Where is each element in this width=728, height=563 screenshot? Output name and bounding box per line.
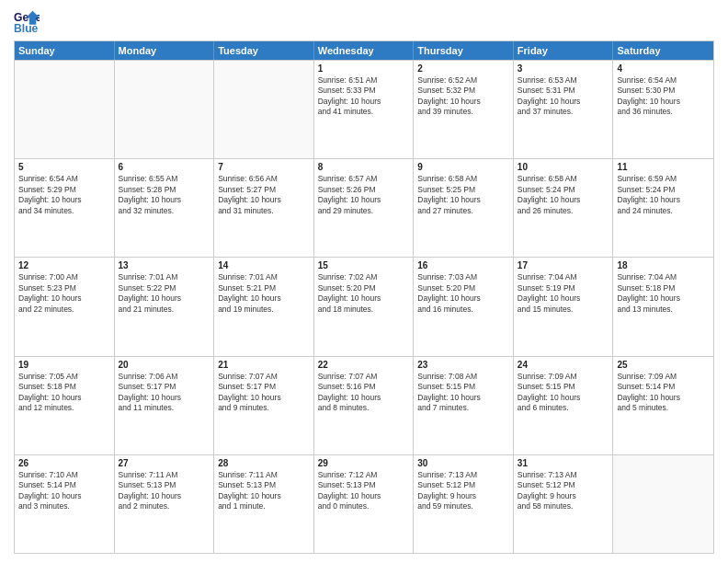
cell-day-number: 8 <box>318 162 410 172</box>
calendar-row-2: 5Sunrise: 6:54 AM Sunset: 5:29 PM Daylig… <box>15 158 713 257</box>
cell-day-number: 29 <box>318 458 410 468</box>
cell-day-number: 13 <box>119 260 210 270</box>
header: General Blue <box>14 9 714 35</box>
cell-day-number: 26 <box>18 458 110 468</box>
calendar-cell-day-11: 11Sunrise: 6:59 AM Sunset: 5:24 PM Dayli… <box>613 159 713 257</box>
calendar-row-1: 1Sunrise: 6:51 AM Sunset: 5:33 PM Daylig… <box>15 60 713 158</box>
calendar-cell-day-1: 1Sunrise: 6:51 AM Sunset: 5:33 PM Daylig… <box>314 61 415 158</box>
calendar-cell-day-14: 14Sunrise: 7:01 AM Sunset: 5:21 PM Dayli… <box>214 258 314 355</box>
cell-info-text: Sunrise: 7:01 AM Sunset: 5:22 PM Dayligh… <box>119 272 210 315</box>
calendar-cell-day-26: 26Sunrise: 7:10 AM Sunset: 5:14 PM Dayli… <box>15 455 115 553</box>
cell-info-text: Sunrise: 7:11 AM Sunset: 5:13 PM Dayligh… <box>119 470 210 512</box>
cell-day-number: 4 <box>617 63 710 74</box>
cell-info-text: Sunrise: 6:56 AM Sunset: 5:27 PM Dayligh… <box>218 174 310 216</box>
calendar-cell-day-13: 13Sunrise: 7:01 AM Sunset: 5:22 PM Dayli… <box>115 258 215 355</box>
calendar-row-3: 12Sunrise: 7:00 AM Sunset: 5:23 PM Dayli… <box>15 257 713 355</box>
cell-day-number: 16 <box>417 260 509 270</box>
calendar-cell-day-17: 17Sunrise: 7:04 AM Sunset: 5:19 PM Dayli… <box>514 258 614 355</box>
header-day-sunday: Sunday <box>15 41 115 60</box>
calendar-cell-day-27: 27Sunrise: 7:11 AM Sunset: 5:13 PM Dayli… <box>115 455 215 553</box>
cell-info-text: Sunrise: 6:53 AM Sunset: 5:31 PM Dayligh… <box>518 75 609 118</box>
calendar-cell-day-12: 12Sunrise: 7:00 AM Sunset: 5:23 PM Dayli… <box>15 258 115 355</box>
cell-info-text: Sunrise: 6:58 AM Sunset: 5:25 PM Dayligh… <box>417 174 509 216</box>
calendar-body: 1Sunrise: 6:51 AM Sunset: 5:33 PM Daylig… <box>15 60 713 553</box>
calendar: SundayMondayTuesdayWednesdayThursdayFrid… <box>14 40 714 554</box>
calendar-cell-day-25: 25Sunrise: 7:09 AM Sunset: 5:14 PM Dayli… <box>613 357 713 454</box>
cell-day-number: 22 <box>318 360 410 370</box>
calendar-cell-empty <box>15 61 115 158</box>
calendar-row-4: 19Sunrise: 7:05 AM Sunset: 5:18 PM Dayli… <box>15 356 713 454</box>
header-day-saturday: Saturday <box>613 41 713 60</box>
calendar-cell-day-28: 28Sunrise: 7:11 AM Sunset: 5:13 PM Dayli… <box>214 455 314 553</box>
calendar-cell-day-29: 29Sunrise: 7:12 AM Sunset: 5:13 PM Dayli… <box>314 455 415 553</box>
cell-info-text: Sunrise: 7:06 AM Sunset: 5:17 PM Dayligh… <box>119 372 210 414</box>
cell-info-text: Sunrise: 6:52 AM Sunset: 5:32 PM Dayligh… <box>417 75 509 118</box>
cell-info-text: Sunrise: 7:04 AM Sunset: 5:18 PM Dayligh… <box>617 272 710 315</box>
cell-day-number: 12 <box>18 260 110 270</box>
calendar-cell-day-7: 7Sunrise: 6:56 AM Sunset: 5:27 PM Daylig… <box>214 159 314 257</box>
cell-day-number: 18 <box>617 260 710 270</box>
cell-info-text: Sunrise: 7:03 AM Sunset: 5:20 PM Dayligh… <box>417 272 509 315</box>
calendar-cell-day-30: 30Sunrise: 7:13 AM Sunset: 5:12 PM Dayli… <box>414 455 514 553</box>
cell-info-text: Sunrise: 7:00 AM Sunset: 5:23 PM Dayligh… <box>18 272 110 315</box>
cell-day-number: 15 <box>318 260 410 270</box>
calendar-cell-day-6: 6Sunrise: 6:55 AM Sunset: 5:28 PM Daylig… <box>115 159 215 257</box>
header-day-wednesday: Wednesday <box>314 41 415 60</box>
header-day-thursday: Thursday <box>414 41 514 60</box>
calendar-cell-day-22: 22Sunrise: 7:07 AM Sunset: 5:16 PM Dayli… <box>314 357 415 454</box>
calendar-cell-empty <box>613 455 713 553</box>
cell-day-number: 21 <box>218 360 310 370</box>
cell-info-text: Sunrise: 7:07 AM Sunset: 5:17 PM Dayligh… <box>218 372 310 414</box>
calendar-cell-day-8: 8Sunrise: 6:57 AM Sunset: 5:26 PM Daylig… <box>314 159 415 257</box>
cell-day-number: 9 <box>417 162 509 172</box>
cell-day-number: 6 <box>119 162 210 172</box>
calendar-cell-empty <box>214 61 314 158</box>
cell-info-text: Sunrise: 7:13 AM Sunset: 5:12 PM Dayligh… <box>518 470 609 512</box>
calendar-cell-day-9: 9Sunrise: 6:58 AM Sunset: 5:25 PM Daylig… <box>414 159 514 257</box>
calendar-header: SundayMondayTuesdayWednesdayThursdayFrid… <box>15 41 713 60</box>
calendar-cell-day-10: 10Sunrise: 6:58 AM Sunset: 5:24 PM Dayli… <box>514 159 614 257</box>
calendar-cell-empty <box>115 61 215 158</box>
cell-day-number: 10 <box>518 162 609 172</box>
cell-day-number: 19 <box>18 360 110 370</box>
cell-day-number: 3 <box>518 63 609 74</box>
logo-icon: General Blue <box>14 9 40 35</box>
cell-day-number: 28 <box>218 458 310 468</box>
cell-day-number: 23 <box>417 360 509 370</box>
cell-day-number: 7 <box>218 162 310 172</box>
cell-info-text: Sunrise: 6:59 AM Sunset: 5:24 PM Dayligh… <box>617 174 710 216</box>
calendar-cell-day-24: 24Sunrise: 7:09 AM Sunset: 5:15 PM Dayli… <box>514 357 614 454</box>
cell-info-text: Sunrise: 7:04 AM Sunset: 5:19 PM Dayligh… <box>518 272 609 315</box>
calendar-cell-day-3: 3Sunrise: 6:53 AM Sunset: 5:31 PM Daylig… <box>514 61 614 158</box>
cell-day-number: 2 <box>417 63 509 74</box>
cell-day-number: 25 <box>617 360 710 370</box>
cell-info-text: Sunrise: 7:12 AM Sunset: 5:13 PM Dayligh… <box>318 470 410 512</box>
cell-info-text: Sunrise: 7:01 AM Sunset: 5:21 PM Dayligh… <box>218 272 310 315</box>
calendar-cell-day-18: 18Sunrise: 7:04 AM Sunset: 5:18 PM Dayli… <box>613 258 713 355</box>
calendar-cell-day-31: 31Sunrise: 7:13 AM Sunset: 5:12 PM Dayli… <box>514 455 614 553</box>
calendar-cell-day-15: 15Sunrise: 7:02 AM Sunset: 5:20 PM Dayli… <box>314 258 415 355</box>
calendar-cell-day-16: 16Sunrise: 7:03 AM Sunset: 5:20 PM Dayli… <box>414 258 514 355</box>
calendar-cell-day-2: 2Sunrise: 6:52 AM Sunset: 5:32 PM Daylig… <box>414 61 514 158</box>
cell-day-number: 24 <box>518 360 609 370</box>
calendar-cell-day-20: 20Sunrise: 7:06 AM Sunset: 5:17 PM Dayli… <box>115 357 215 454</box>
cell-day-number: 11 <box>617 162 710 172</box>
cell-day-number: 27 <box>119 458 210 468</box>
cell-info-text: Sunrise: 7:10 AM Sunset: 5:14 PM Dayligh… <box>18 470 110 512</box>
logo: General Blue <box>14 9 43 35</box>
calendar-cell-day-19: 19Sunrise: 7:05 AM Sunset: 5:18 PM Dayli… <box>15 357 115 454</box>
cell-info-text: Sunrise: 6:58 AM Sunset: 5:24 PM Dayligh… <box>518 174 609 216</box>
cell-day-number: 5 <box>18 162 110 172</box>
cell-info-text: Sunrise: 7:09 AM Sunset: 5:14 PM Dayligh… <box>617 372 710 414</box>
header-day-monday: Monday <box>115 41 215 60</box>
cell-info-text: Sunrise: 6:51 AM Sunset: 5:33 PM Dayligh… <box>318 75 410 118</box>
cell-day-number: 20 <box>119 360 210 370</box>
cell-info-text: Sunrise: 7:08 AM Sunset: 5:15 PM Dayligh… <box>417 372 509 414</box>
cell-info-text: Sunrise: 7:07 AM Sunset: 5:16 PM Dayligh… <box>318 372 410 414</box>
cell-day-number: 14 <box>218 260 310 270</box>
cell-info-text: Sunrise: 7:13 AM Sunset: 5:12 PM Dayligh… <box>417 470 509 512</box>
calendar-cell-day-4: 4Sunrise: 6:54 AM Sunset: 5:30 PM Daylig… <box>613 61 713 158</box>
calendar-cell-day-23: 23Sunrise: 7:08 AM Sunset: 5:15 PM Dayli… <box>414 357 514 454</box>
cell-info-text: Sunrise: 7:05 AM Sunset: 5:18 PM Dayligh… <box>18 372 110 414</box>
cell-info-text: Sunrise: 7:11 AM Sunset: 5:13 PM Dayligh… <box>218 470 310 512</box>
